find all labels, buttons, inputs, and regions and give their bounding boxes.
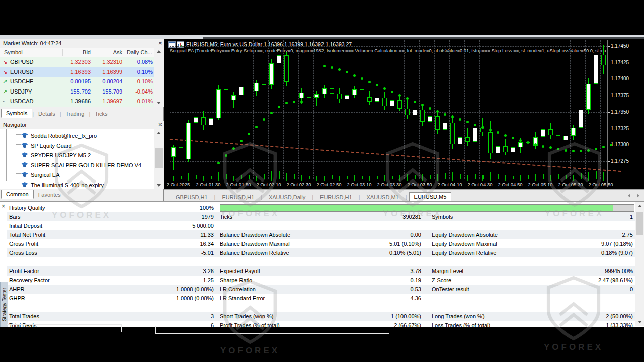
stat-value: 1.25 — [133, 276, 214, 285]
tab-separator: | — [404, 193, 409, 201]
chart-tab-eurusd-h1[interactable]: EURUSD,H1 — [315, 193, 357, 201]
expert-advisor-icon — [21, 133, 28, 138]
market-watch-row[interactable]: •USDCAD1.396861.39697-0.01% — [0, 97, 154, 107]
stat-label: AHPR — [9, 285, 25, 294]
chart-tab-xauusd-daily[interactable]: XAUUSD,Daily — [264, 193, 310, 201]
column-divider — [94, 49, 94, 56]
scroll-up-icon[interactable] — [157, 50, 161, 53]
chart-tab-xauusd-m1[interactable]: XAUUSD,M1 — [362, 193, 404, 201]
market-watch-tab-details[interactable]: Details — [34, 110, 60, 118]
tester-row: AHPR1.0008 (0.08%)LR Correlation0.53OnTe… — [7, 285, 635, 294]
stat-label: Total Trades — [9, 312, 39, 321]
scroll-up-icon[interactable] — [157, 132, 161, 134]
stat-label: Long Trades (won %) — [432, 312, 485, 321]
navigator-item-label: SPYDER USDJPY M5 2 — [31, 151, 91, 160]
stat-label: History Quality — [9, 203, 45, 212]
market-watch-titlebar: Market Watch: 04:47:24 × — [0, 39, 166, 48]
tester-row: Total Trades3Short Trades (won %)1 (100.… — [7, 312, 635, 321]
navigator-close-icon[interactable]: × — [158, 122, 162, 128]
tree-connector — [16, 134, 21, 135]
stat-value: 2.75 — [532, 230, 633, 239]
navigator-scrollbar[interactable] — [154, 129, 164, 189]
tester-side-tab[interactable]: Strategy Tester — [0, 282, 8, 328]
navigator-item[interactable]: SPYDER USDJPY M5 2 — [21, 151, 152, 160]
stat-label: Equity Drawdown Relative — [432, 248, 496, 257]
chart-type-icon — [177, 41, 184, 48]
chart-title: EURUSD,M5: Euro vs US Dollar 1.16396 1.1… — [186, 41, 609, 47]
scroll-down-icon[interactable] — [157, 102, 161, 104]
tester-row: Gross Profit16.34Balance Drawdown Maxima… — [7, 239, 635, 248]
market-watch-row[interactable]: ↘GBPUSD1.323031.323100.08% — [0, 57, 154, 67]
stat-label: Gross Profit — [9, 239, 38, 248]
stat-label: Short Trades (won %) — [220, 312, 273, 321]
column-divider — [125, 49, 125, 56]
navigator-tab-favorites[interactable]: Favorites — [34, 191, 65, 199]
daily-change-value: 0.08% — [121, 57, 153, 67]
scroll-down-icon[interactable] — [157, 184, 161, 187]
stat-label: LR Correlation — [220, 285, 256, 294]
chart-tab-gbpusd-h1[interactable]: GBPUSD,H1 — [171, 193, 212, 201]
tab-separator: | — [310, 193, 315, 201]
expert-advisor-icon — [21, 172, 28, 177]
tester-row: Initial Deposit5 000.00 — [7, 221, 635, 230]
stat-label: Equity Drawdown Absolute — [432, 230, 498, 239]
stat-value: 0.18% (9.07) — [532, 248, 633, 257]
navigator-titlebar: Navigator × — [0, 121, 166, 129]
stat-value: 100% — [133, 203, 214, 212]
market-watch-row[interactable]: ↘EURUSD1.163931.163990.10% — [0, 67, 154, 77]
cropped-box-outline — [155, 326, 389, 334]
market-watch-tab-ticks[interactable]: Ticks — [90, 110, 112, 118]
daily-change-value: -0.01% — [121, 97, 153, 107]
tree-guide-line — [16, 129, 17, 186]
market-watch-row[interactable]: ↗USDJPY155.702155.709-0.04% — [0, 87, 154, 97]
tab-scroll-right-icon[interactable] — [637, 194, 639, 198]
market-watch-tabs: Symbols|Details|Trading|Ticks — [1, 108, 162, 118]
stat-value: 11.33 — [133, 230, 214, 239]
cap-base — [23, 174, 26, 177]
bid-value: 1.16393 — [59, 67, 91, 77]
navigator-tab-common[interactable]: Common — [1, 190, 34, 199]
tree-connector — [16, 164, 21, 165]
bid-value: 1.39686 — [59, 97, 91, 107]
chart-window[interactable] — [164, 39, 644, 189]
chart-ea-parameters: Surgical EA [TmodeEntry=== Entry Setup =… — [170, 48, 606, 54]
navigator-item[interactable]: Surgical EA — [21, 170, 152, 179]
navigator-tree: Sodda Robot@free_fx_proSP Equity GuardSP… — [0, 129, 154, 189]
ask-value: 1.32310 — [91, 57, 122, 67]
market-watch-tab-symbols[interactable]: Symbols — [1, 109, 32, 118]
scroll-up-icon[interactable] — [638, 205, 642, 207]
expert-advisor-icon — [21, 152, 28, 158]
market-watch-row[interactable]: ↗USDCHF0.801950.80204-0.10% — [0, 77, 154, 87]
column-header-daily-change[interactable]: Daily Ch... — [127, 49, 152, 55]
bid-value: 155.702 — [59, 87, 91, 97]
tester-row — [7, 303, 635, 312]
test-progress-fill — [220, 205, 613, 211]
stat-value: 3 — [133, 312, 214, 321]
tester-row: Total Net Profit11.33Balance Drawdown Ab… — [7, 230, 635, 239]
scrollbar-thumb[interactable] — [636, 212, 643, 235]
stat-value: 1 — [532, 212, 633, 221]
scrollbar-thumb[interactable] — [155, 148, 163, 168]
market-watch-tab-trading[interactable]: Trading — [61, 110, 89, 118]
tab-scroll-left-icon[interactable] — [628, 194, 630, 198]
stat-label: Margin Level — [432, 266, 463, 276]
navigator-item[interactable]: Sodda Robot@free_fx_pro — [21, 131, 152, 140]
stat-label: Profit Factor — [9, 266, 39, 276]
stat-label: Z-Score — [432, 276, 451, 285]
stat-label: LR Standard Error — [220, 294, 265, 303]
navigator-item[interactable]: SUPER SCALPER GOLD KILLER DEMO V4 — [21, 161, 152, 170]
chart-tab-eurusd-m5[interactable]: EURUSD,M5 — [409, 192, 452, 201]
market-watch-scrollbar[interactable] — [154, 48, 164, 107]
column-header-bid[interactable]: Bid — [59, 49, 91, 55]
navigator-item[interactable]: The illuminati S-400 no expiry — [21, 180, 152, 189]
tester-scrollbar[interactable] — [635, 202, 644, 326]
market-watch-close-icon[interactable]: × — [158, 40, 162, 46]
navigator-item[interactable]: SP Equity Guard — [21, 141, 152, 150]
column-header-ask[interactable]: Ask — [91, 49, 122, 55]
column-divider — [62, 49, 63, 56]
scroll-down-icon[interactable] — [638, 321, 642, 323]
column-header-symbol[interactable]: Symbol — [4, 49, 23, 55]
tester-close-icon[interactable]: × — [2, 203, 5, 209]
chart-tab-eurusd-h1[interactable]: EURUSD,H1 — [217, 193, 259, 201]
chart-tabs: GBPUSD,H1|EURUSD,H1|XAUUSD,Daily|EURUSD,… — [171, 191, 451, 201]
